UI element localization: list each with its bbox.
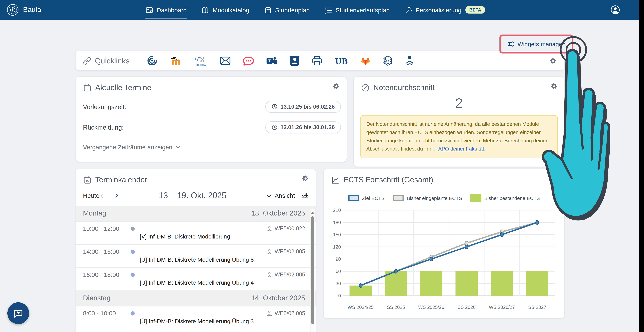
widgets-managen-button[interactable]: Widgets managen	[507, 41, 566, 48]
gear-icon[interactable]	[550, 175, 558, 182]
nav-tab-label: Stundenplan	[275, 7, 310, 13]
gear-icon[interactable]	[550, 83, 558, 90]
quicklinks-list: mXflexnowTUBFIS	[147, 55, 414, 67]
scroll-up-arrow[interactable]	[311, 211, 314, 214]
brand-name: Baula	[23, 6, 41, 14]
data-point	[465, 241, 468, 245]
apo-fakultaet-link[interactable]: APO deiner Fakultät	[438, 146, 484, 152]
grade-average-value: 2	[354, 95, 564, 111]
calendar-event[interactable]: 8:00 - 10:00 WE5/02.005 [Ü] Inf-DM-B: Di…	[76, 306, 316, 329]
calendar-event-list: Montag 13. Oktober 202510:00 - 12:00 WE5…	[76, 206, 316, 329]
ects-chart: 0306090120150180210WS 2024/25SS 2025WS 2…	[329, 205, 559, 312]
day-date: 14. Oktober 2025	[251, 294, 305, 302]
legend-item: Bisher bestandene ECTS	[470, 194, 540, 202]
person-pin-icon	[266, 271, 272, 278]
svg-text:UB: UB	[335, 56, 348, 66]
widget-title: ECTS Fortschritt (Gesamt)	[344, 175, 433, 184]
event-time: 8:00 - 10:00	[83, 310, 130, 317]
gear-icon[interactable]	[302, 175, 309, 182]
calendar-scrollbar[interactable]	[310, 209, 314, 332]
data-point	[394, 269, 397, 273]
chevron-right-icon[interactable]	[114, 193, 119, 198]
legend-swatch	[470, 194, 481, 202]
scrollbar-thumb[interactable]	[311, 216, 314, 324]
day-date: 13. Oktober 2025	[251, 209, 305, 218]
svg-text:flexnow: flexnow	[196, 63, 206, 66]
person-pin-icon	[266, 248, 272, 255]
event-title: [Ü] Inf-DM-B: Diskrete Modellierung Übun…	[140, 317, 305, 324]
calendar-toolbar: Heute 13 – 19. Okt. 2025 Ansicht	[76, 184, 316, 206]
event-dot	[130, 227, 134, 231]
calendar-filter-icon[interactable]	[302, 192, 308, 199]
event-dot	[130, 311, 134, 315]
svg-text:SS 2026: SS 2026	[458, 305, 476, 310]
vergangene-zeitraeume-expander[interactable]: Vergangene Zeiträume anzeigen	[83, 143, 346, 150]
brand[interactable]: Baula	[6, 4, 41, 16]
wand-icon	[404, 6, 412, 14]
nav-tab-stundenplan[interactable]: Stundenplan	[264, 0, 310, 20]
teams-icon[interactable]: T	[266, 55, 278, 67]
chevron-down-icon	[175, 144, 181, 150]
aktuelle-termine-widget: Aktuelle Termine Vorlesungszeit: 13.10.2…	[75, 77, 347, 162]
svg-text:60: 60	[336, 269, 341, 274]
calendar-event[interactable]: 16:00 - 18:00 WE5/02.005 [Ü] Inf-DM-B: D…	[76, 267, 316, 290]
bar-bestandene-ects	[491, 271, 513, 296]
gear-icon[interactable]	[333, 83, 340, 90]
event-time: 16:00 - 18:00	[83, 271, 130, 278]
numbered-list-icon: 123	[324, 6, 332, 14]
event-room: WE5/02.005	[266, 248, 305, 255]
svg-text:WS 2025/26: WS 2025/26	[418, 305, 444, 310]
gear-icon[interactable]	[550, 57, 557, 64]
rocketchat-icon[interactable]	[243, 55, 254, 67]
calendar-event[interactable]: 14:00 - 16:00 WE5/02.005 [Ü] Inf-DM-B: D…	[76, 244, 316, 267]
svg-text:WS 2024/25: WS 2024/25	[348, 305, 374, 310]
data-point	[430, 257, 433, 261]
nav-tab-label: Studienverlaufsplan	[336, 7, 390, 13]
person-pin-icon	[266, 310, 272, 316]
date-range-pill[interactable]: 12.01.26 bis 30.01.26	[265, 121, 341, 133]
gitlab-icon[interactable]	[360, 55, 371, 67]
date-range-pill[interactable]: 13.10.25 bis 06.02.26	[265, 101, 341, 113]
beta-badge: BETA	[466, 6, 485, 14]
termine-rows: Vorlesungszeit: 13.10.25 bis 06.02.26 Rü…	[76, 101, 346, 133]
today-button[interactable]: Heute	[83, 192, 99, 199]
data-point	[359, 284, 362, 287]
fis-icon[interactable]: FIS	[383, 55, 393, 67]
day-name: Montag	[83, 209, 106, 218]
flexnow-icon[interactable]: Xflexnow	[194, 55, 208, 67]
idcard-icon[interactable]	[290, 55, 300, 67]
chevron-left-icon[interactable]	[100, 193, 105, 198]
bar-bestandene-ects	[526, 271, 548, 296]
termine-row: Vorlesungszeit: 13.10.25 bis 06.02.26	[76, 101, 346, 113]
svg-text:30: 30	[336, 281, 341, 286]
feedback-button[interactable]	[8, 302, 29, 324]
widget-title: Notendurchschnitt	[373, 83, 434, 92]
termine-row: Rückmeldung: 12.01.26 bis 30.01.26	[76, 121, 346, 133]
vc-spiral-icon[interactable]	[147, 55, 158, 67]
svg-text:SS 2027: SS 2027	[528, 305, 546, 310]
moodle-icon[interactable]: m	[170, 55, 182, 67]
clock-icon	[272, 124, 278, 130]
nav-tab-modulkatalog[interactable]: Modulkatalog	[202, 0, 249, 20]
calendar-icon	[83, 83, 92, 92]
view-dropdown[interactable]: Ansicht	[266, 192, 295, 199]
quicklinks-widget: Quicklinks mXflexnowTUBFIS	[75, 51, 565, 71]
nav-tab-personalisierung[interactable]: PersonalisierungBETA	[404, 0, 485, 20]
svg-text:150: 150	[333, 232, 341, 237]
main-nav: Dashboard Modulkatalog Stundenplan123 St…	[146, 0, 485, 20]
day-header: Montag 13. Oktober 2025	[76, 206, 316, 221]
nav-tab-dashboard[interactable]: Dashboard	[146, 0, 187, 20]
nav-tab-label: Dashboard	[156, 7, 187, 13]
nav-tab-studienverlaufsplan[interactable]: 123 Studienverlaufsplan	[324, 0, 390, 20]
chevron-down-icon	[266, 193, 272, 199]
ub-icon[interactable]: UB	[334, 55, 348, 67]
printer-icon[interactable]	[312, 55, 323, 67]
calendar-event[interactable]: 10:00 - 12:00 WE5/00.022 [V] Inf-DM-B: D…	[76, 221, 316, 244]
termine-label: Rückmeldung:	[83, 124, 124, 131]
event-room: WE5/02.005	[266, 310, 305, 317]
svg-text:120: 120	[333, 244, 341, 250]
person-arcs-icon[interactable]	[405, 55, 414, 67]
user-circle-icon[interactable]	[610, 5, 620, 15]
svg-text:210: 210	[333, 208, 341, 213]
mail-icon[interactable]	[220, 55, 231, 67]
